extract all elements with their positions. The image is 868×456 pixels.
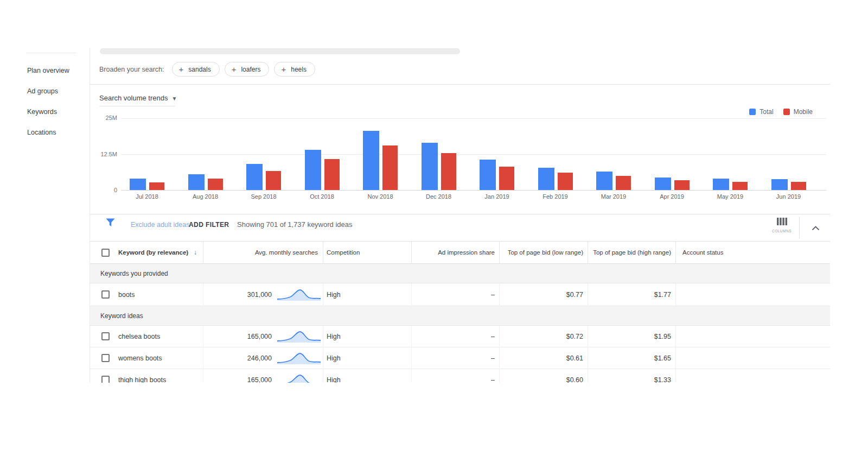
trend-sparkline [276,373,322,383]
section-keywords-you-provided: Keywords you provided [90,264,830,283]
top-bid-high-cell: $1.95 [588,326,675,347]
top-bid-high-cell: $1.33 [588,369,675,383]
header-account-status[interactable]: Account status [675,242,830,263]
chip-sandals[interactable]: + sandals [172,62,220,77]
row-checkbox[interactable] [101,376,110,383]
y-axis-tick: 25M [90,115,117,121]
header-top-bid-high[interactable]: Top of page bid (high range) [588,242,675,263]
row-checkbox[interactable] [101,290,110,299]
avg-searches-value: 301,000 [247,291,272,299]
collapse-chevron-up-icon[interactable] [812,223,820,233]
legend-total-swatch [749,109,756,115]
sidebar-item-ad-groups[interactable]: Ad groups [27,87,58,95]
columns-button[interactable]: COLUMNS [770,218,794,233]
mobile-bar [208,179,223,190]
sidebar-item-plan-overview[interactable]: Plan overview [27,67,69,74]
chart-title: Search volume trends [99,94,168,102]
row-checkbox[interactable] [101,354,110,362]
total-bar [130,179,146,190]
keyword-cell: boots [118,291,135,299]
x-axis-label: Aug 2018 [181,193,230,200]
header-keyword[interactable]: Keyword (by relevance) ↓ [90,242,203,263]
total-bar [538,168,554,190]
total-bar [713,179,729,190]
search-volume-trends-dropdown[interactable]: Search volume trends▼ [99,94,177,102]
bar-chart-plot: Jul 2018Aug 2018Sep 2018Oct 2018Nov 2018… [121,118,826,191]
mobile-bar [382,145,398,190]
table-row-thigh-high-boots: thigh high boots 165,000 High – $0.60 $1… [90,369,830,383]
header-competition[interactable]: Competition [323,242,411,263]
trend-sparkline [276,351,322,365]
mobile-bar [791,182,806,190]
filter-bar: Exclude adult ideas ADD FILTER Showing 7… [90,214,830,241]
sidebar-item-locations[interactable]: Locations [27,129,56,136]
chevron-down-icon: ▼ [171,96,177,102]
results-count-text: Showing 701 of 1,737 keyword ideas [237,220,352,229]
add-filter-button[interactable]: ADD FILTER [189,221,229,229]
ad-impression-share-cell: – [411,347,499,369]
x-axis-label: Apr 2019 [648,193,697,200]
gridline [121,154,826,155]
avg-searches-value: 246,000 [247,354,272,362]
mobile-bar [558,173,573,190]
plus-icon: + [232,65,237,73]
x-axis-label: Jun 2019 [764,193,813,200]
total-bar [480,160,496,190]
plus-icon: + [179,65,184,73]
mobile-bar [324,159,340,190]
sidebar: Plan overview Ad groups Keywords Locatio… [20,48,90,383]
chart-legend: Total Mobile [749,108,813,116]
mobile-bar [616,176,631,190]
columns-icon [777,218,787,225]
total-bar [655,178,671,190]
sidebar-item-keywords[interactable]: Keywords [27,108,57,116]
table-row-womens-boots: womens boots 246,000 High – $0.61 $1.65 [90,347,830,369]
main-panel: Broaden your search: + sandals + loafers… [90,48,830,383]
top-bid-high-cell: $1.77 [588,283,675,306]
mobile-bar [732,182,748,190]
total-bar [305,150,321,190]
total-bar [246,164,263,190]
header-top-bid-low[interactable]: Top of page bid (low range) [499,242,588,263]
keyword-planner-screen: Plan overview Ad groups Keywords Locatio… [0,0,868,456]
legend-item-total: Total [749,108,773,116]
horizontal-scrollbar[interactable] [100,48,460,54]
competition-cell: High [323,369,411,383]
top-bid-high-cell: $1.65 [588,347,675,369]
broaden-search-row: Broaden your search: + sandals + loafers… [90,54,830,85]
table-body: Keywords you provided boots 301,000 High… [90,264,830,383]
keyword-cell: thigh high boots [118,376,166,383]
mobile-bar [149,182,164,190]
header-avg-monthly-searches[interactable]: Avg. monthly searches [203,242,323,263]
total-bar [363,131,379,190]
broaden-search-label: Broaden your search: [99,66,164,73]
chip-loafers[interactable]: + loafers [225,62,270,77]
competition-cell: High [323,283,411,306]
exclude-adult-ideas-link[interactable]: Exclude adult ideas [131,221,189,229]
sort-descending-icon: ↓ [194,249,197,256]
table-row-boots: boots 301,000 High – $0.77 $1.77 [90,283,830,306]
x-axis-label: Feb 2019 [531,193,580,200]
vertical-divider [799,217,800,238]
top-bid-low-cell: $0.61 [499,347,588,369]
ad-impression-share-cell: – [411,369,499,383]
trend-sparkline [276,288,322,302]
table-header: Keyword (by relevance) ↓ Avg. monthly se… [90,241,830,264]
gridline [121,118,826,119]
row-checkbox[interactable] [101,332,110,340]
trend-sparkline [276,330,322,344]
trends-underline [99,106,175,106]
legend-item-mobile: Mobile [783,108,813,116]
top-bid-low-cell: $0.77 [499,283,588,306]
mobile-bar [266,171,281,190]
avg-searches-value: 165,000 [247,333,272,340]
x-axis-label: May 2019 [706,193,755,200]
y-axis-tick: 0 [90,187,117,193]
chip-heels[interactable]: + heels [274,62,315,77]
select-all-checkbox[interactable] [101,249,110,257]
x-axis-label: Mar 2019 [589,193,638,200]
x-axis-label: Dec 2018 [414,193,463,200]
keyword-cell: womens boots [118,354,162,362]
ad-impression-share-cell: – [411,326,499,347]
header-ad-impression-share[interactable]: Ad impression share [411,242,499,263]
